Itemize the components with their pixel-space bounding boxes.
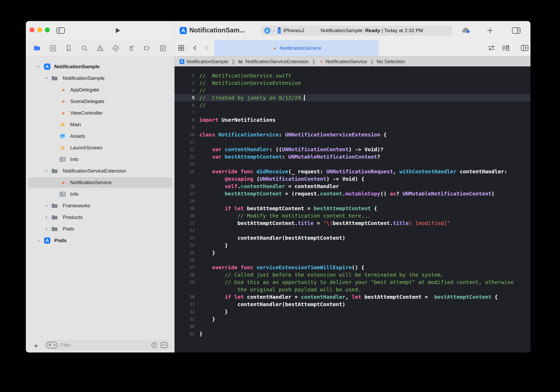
navigator-item-products[interactable]: ›Products [26, 212, 174, 223]
code-line-20[interactable]: 20 // Modify the notification content he… [175, 212, 530, 219]
scheme-badge[interactable]: E [264, 27, 271, 34]
navigator-item-viewcontroller[interactable]: ViewController [26, 107, 174, 119]
code-line-5[interactable]: 5// Created by junely on 8/12/24. [175, 94, 530, 101]
issues-icon[interactable] [96, 44, 104, 52]
filter-icon[interactable] [46, 342, 58, 349]
disclosure-right-icon[interactable]: › [45, 212, 47, 223]
related-items-icon[interactable] [177, 44, 186, 52]
toggle-navigator-icon[interactable] [55, 26, 66, 35]
code-line-28[interactable]: 28 // Called just before the extension w… [175, 271, 530, 278]
zoom-button[interactable] [45, 27, 50, 32]
disclosure-down-icon[interactable]: › [41, 170, 52, 172]
code-line-16[interactable]: 16 self.contentHandler = contentHandler [175, 183, 530, 190]
breadcrumb-file[interactable]: NotificationService [326, 59, 367, 65]
code-line-24[interactable]: 24 } [175, 242, 530, 249]
navigator-item-pods[interactable]: ›Pods [26, 235, 174, 246]
breadcrumb-project[interactable]: NotificationSample [187, 59, 228, 65]
code-token-plain: contentHandler(bestAttemptContent) [199, 301, 345, 307]
editor-tab-bar: NotificationService [175, 40, 530, 56]
code-line-17[interactable]: 17 bestAttemptContent = (request.content… [175, 190, 530, 197]
navigator-item-info[interactable]: Info [26, 188, 174, 200]
iphone-icon[interactable] [277, 27, 281, 34]
navigator-item-launchscreen[interactable]: LaunchScreen [26, 142, 174, 154]
plist-icon [59, 156, 66, 163]
code-line-2[interactable]: 2// NotificationService.swift [175, 72, 530, 79]
code-line-15[interactable]: 15 override func didReceive(_ request: U… [175, 168, 530, 175]
search-icon[interactable] [80, 44, 88, 52]
code-line-21[interactable]: 21 bestAttemptContent.title = "\(bestAtt… [175, 219, 530, 227]
disclosure-down-icon[interactable]: › [41, 77, 52, 79]
filter-field[interactable]: Filter [44, 340, 170, 350]
code-line-30[interactable]: 30 if let contentHandler = contentHandle… [175, 293, 530, 301]
code-line-33[interactable]: 33 } [175, 315, 530, 323]
code-line-19[interactable]: 19 if let bestAttemptContent = bestAttem… [175, 205, 530, 212]
code-line-23[interactable]: 23 contentHandler(bestAttemptContent) [175, 234, 530, 242]
bookmarks-icon[interactable] [65, 44, 73, 52]
navigator-item-frameworks[interactable]: ›Frameworks [26, 200, 174, 212]
code-line-32[interactable]: 32 } [175, 308, 530, 315]
close-button[interactable] [30, 27, 35, 32]
navigator-item-notificationsample[interactable]: ›NotificationSample [26, 61, 174, 72]
code-line-3[interactable]: 3// NotificationServiceExtension [175, 79, 530, 87]
code-line-26[interactable]: 26 [175, 256, 530, 264]
disclosure-down-icon[interactable]: › [41, 205, 52, 207]
disclosure-right-icon[interactable]: › [37, 235, 39, 246]
navigator-item-notificationsample[interactable]: ›NotificationSample [26, 72, 174, 84]
breakpoints-icon[interactable] [143, 44, 151, 52]
source-editor[interactable]: 2// NotificationService.swift3// Notific… [175, 66, 530, 352]
code-line-13[interactable]: 13 var bestAttemptContent: UNMutableNoti… [175, 153, 530, 160]
go-back-icon[interactable] [191, 44, 199, 52]
line-number: 11 [175, 140, 195, 145]
code-line-10[interactable]: 10class NotificationService: UNNotificat… [175, 131, 530, 138]
navigator-item-main[interactable]: Main [26, 119, 174, 130]
code-line-wrap[interactable]: @escaping (UNNotificationContent) -> Voi… [175, 175, 530, 183]
navigator-item-pods[interactable]: ›Pods [26, 223, 174, 235]
code-line-34[interactable]: 34 [175, 323, 530, 330]
code-line-6[interactable]: 6// [175, 101, 530, 109]
minimize-button[interactable] [37, 27, 42, 32]
code-line-12[interactable]: 12 var contentHandler: ((UNNotificationC… [175, 146, 530, 153]
navigator-item-appdelegate[interactable]: AppDelegate [26, 84, 174, 96]
breadcrumb-selection[interactable]: No Selection [376, 59, 405, 65]
tab-notificationservice[interactable]: NotificationService [214, 40, 378, 56]
reports-icon[interactable] [159, 44, 167, 52]
source-control-changes-icon[interactable] [160, 342, 168, 349]
code-line-35[interactable]: 35} [175, 330, 530, 337]
add-file-button[interactable]: + [34, 341, 38, 350]
tests-icon[interactable] [112, 44, 120, 52]
toggle-inspector-icon[interactable] [510, 26, 522, 35]
code-line-18[interactable]: 18 [175, 197, 530, 205]
debug-icon[interactable] [128, 44, 136, 52]
cloud-sync-icon[interactable] [460, 27, 472, 34]
code-line-4[interactable]: 4// [175, 87, 530, 94]
navigator-item-notificationservice[interactable]: NotificationService [26, 177, 174, 188]
navigator-item-info[interactable]: Info [26, 154, 174, 165]
project-navigator-icon[interactable] [33, 44, 41, 52]
recent-files-clock-icon[interactable] [151, 342, 158, 349]
code-line-22[interactable]: 22 [175, 227, 530, 234]
go-forward-icon[interactable] [202, 44, 210, 52]
code-line-14[interactable]: 14 [175, 160, 530, 168]
minimap-adjust-icon[interactable] [501, 44, 510, 52]
code-line-11[interactable]: 11 [175, 138, 530, 146]
code-line-7[interactable]: 7 [175, 109, 530, 116]
disclosure-right-icon[interactable]: › [45, 223, 47, 235]
code-line-29[interactable]: 29 // Use this as an opportunity to deli… [175, 278, 530, 286]
code-review-icon[interactable] [487, 44, 496, 52]
navigator-item-assets[interactable]: Assets [26, 130, 174, 142]
code-line-wrap[interactable]: the original push payload will be used. [175, 286, 530, 293]
add-editor-icon[interactable] [520, 44, 529, 52]
navigator-item-notificationserviceextension[interactable]: ›NotificationServiceExtension [26, 165, 174, 177]
library-plus-button[interactable] [486, 27, 494, 34]
code-line-25[interactable]: 25 } [175, 249, 530, 256]
run-button[interactable] [113, 26, 122, 35]
code-line-31[interactable]: 31 contentHandler(bestAttemptContent) [175, 301, 530, 308]
code-line-27[interactable]: 27 override func serviceExtensionTimeWil… [175, 264, 530, 271]
source-control-icon[interactable] [49, 44, 57, 52]
code-line-8[interactable]: 8import UserNotifications [175, 116, 530, 124]
disclosure-down-icon[interactable]: › [33, 66, 44, 67]
breadcrumb-group[interactable]: NotificationServiceExtension [245, 59, 309, 65]
navigator-item-scenedelegate[interactable]: SceneDelegate [26, 96, 174, 107]
code-line-9[interactable]: 9 [175, 124, 530, 131]
device-name[interactable]: iPhoneuJ [283, 28, 304, 33]
